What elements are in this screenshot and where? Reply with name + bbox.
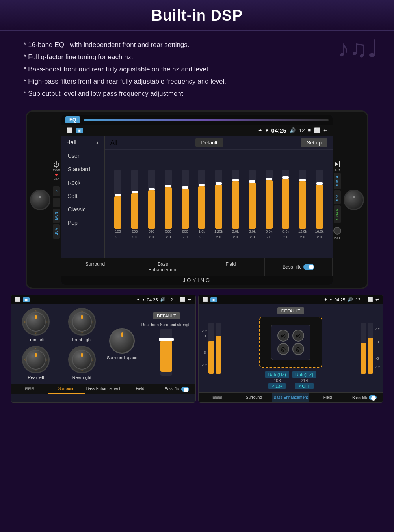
- ss-left-tab-eq[interactable]: ⊟⊟⊟: [11, 384, 48, 394]
- bass-right-slider-1[interactable]: [361, 323, 366, 374]
- side-controls-left: ⏻ PWR MIC ⌂ ← NAVI MAP: [53, 161, 60, 239]
- ss-left-toggle[interactable]: [181, 387, 189, 392]
- ss-right-tab-surround[interactable]: Surround: [236, 393, 273, 402]
- preset-classic[interactable]: Classic: [61, 203, 104, 216]
- slider-fill-3: [165, 187, 172, 229]
- rate-hz-label-2: Rate(HZ): [292, 371, 316, 378]
- eq-slider-12[interactable]: [312, 170, 327, 229]
- eq-tag[interactable]: EQ: [65, 116, 80, 123]
- ss-right-tab-field[interactable]: Field: [309, 393, 346, 402]
- bass-left-slider-2[interactable]: [216, 323, 221, 374]
- preset-header[interactable]: Hall ▲: [61, 136, 104, 149]
- media-button[interactable]: MEDIA: [334, 205, 341, 223]
- bass-left-slider-1[interactable]: [208, 323, 214, 374]
- front-right-dial[interactable]: [68, 308, 96, 336]
- bass-filter-toggle[interactable]: [303, 264, 314, 270]
- freq-label-3: 500: [161, 230, 176, 233]
- eq-slider-2[interactable]: [144, 170, 159, 229]
- rear-left-knob[interactable]: [26, 350, 46, 370]
- ss-right-toggle[interactable]: [369, 395, 377, 400]
- freq-label-11: 12.0k: [295, 230, 310, 233]
- slider-track-8: [249, 170, 256, 229]
- pwr-label: PWR: [53, 168, 60, 172]
- ss-r-menu-icon[interactable]: ≡: [363, 297, 365, 302]
- rear-left-dial[interactable]: [22, 346, 50, 373]
- ss-r-back-icon[interactable]: ↩: [375, 297, 379, 302]
- menu-icon[interactable]: ≡: [308, 127, 311, 133]
- eq-slider-3[interactable]: [161, 170, 176, 229]
- rear-horn-fill: [160, 340, 172, 372]
- ss-r-win-icon[interactable]: ⬜: [368, 297, 373, 302]
- slider-fill-7: [232, 181, 239, 229]
- eq-slider-8[interactable]: [245, 170, 260, 229]
- ss-menu-icon[interactable]: ≡: [175, 297, 178, 302]
- ss-win-icon[interactable]: ⬜: [180, 297, 186, 302]
- preset-pop[interactable]: Pop: [61, 216, 104, 230]
- navi-button[interactable]: NAVI: [53, 209, 60, 223]
- home-button[interactable]: ⌂: [53, 186, 60, 196]
- freq-label-7: 2.0k: [228, 230, 243, 233]
- eq-slider-0[interactable]: [110, 170, 126, 229]
- ss-left-tab-filter[interactable]: Bass filte: [158, 384, 195, 394]
- side-controls-right: ▶| IR ● BAND DVD MEDIA RST: [333, 161, 341, 239]
- feature-5: * Sub output level and low pass frequenc…: [24, 88, 370, 100]
- band-button[interactable]: BAND: [334, 173, 341, 189]
- dsp-main: Hall ▲ User Standard Rock Soft Classic P…: [61, 136, 333, 258]
- front-left-dial[interactable]: [22, 308, 50, 336]
- map-button[interactable]: MAP: [53, 224, 60, 239]
- rear-right-knob[interactable]: [72, 350, 92, 370]
- db-value-2: 2.0: [144, 235, 159, 239]
- slider-fill-5: [198, 186, 205, 229]
- front-right-knob[interactable]: [72, 312, 92, 332]
- preset-standard[interactable]: Standard: [61, 162, 104, 176]
- eq-slider-4[interactable]: [177, 170, 193, 229]
- eq-slider-9[interactable]: [261, 170, 277, 229]
- slider-fill-10: [282, 179, 289, 229]
- window-icon[interactable]: ⬜: [314, 127, 320, 133]
- rst-knob[interactable]: [333, 227, 341, 235]
- arrow-left-btn[interactable]: < 134: [268, 383, 286, 389]
- front-left-knob[interactable]: [26, 312, 46, 332]
- rear-right-dial[interactable]: [68, 346, 96, 373]
- db-value-4: 2.0: [177, 235, 193, 239]
- bass-right-slider-2[interactable]: [368, 323, 373, 374]
- ss-left-tab-surround[interactable]: Surround: [48, 384, 85, 394]
- off-btn[interactable]: < OFF: [295, 383, 314, 389]
- preset-rock[interactable]: Rock: [61, 176, 104, 189]
- vol-knob[interactable]: [30, 190, 50, 210]
- surround-space-dial[interactable]: [109, 328, 135, 354]
- back-button[interactable]: ←: [53, 198, 60, 207]
- eq-slider-11[interactable]: [295, 170, 310, 229]
- tab-bass-enhancement[interactable]: BassEnhancement: [129, 258, 197, 276]
- dvd-button[interactable]: DVD: [334, 190, 341, 204]
- surround-dials: Front left Front right Rear left: [15, 308, 103, 380]
- db-value-0: 2.0: [110, 235, 126, 239]
- tab-field[interactable]: Field: [197, 258, 265, 276]
- tab-bass-filter[interactable]: Bass filte: [265, 258, 333, 276]
- ss-left-tab-field[interactable]: Field: [122, 384, 159, 394]
- rear-horn-slider[interactable]: [160, 329, 172, 376]
- tab-surround[interactable]: Surround: [61, 258, 129, 276]
- default-button[interactable]: Default: [195, 138, 223, 147]
- eq-slider-5[interactable]: [194, 170, 210, 229]
- ss-back-icon[interactable]: ↩: [188, 297, 191, 302]
- back-icon[interactable]: ↩: [323, 127, 328, 133]
- ss-bt-icon: ✦: [136, 297, 140, 302]
- ss-right-tab-bass[interactable]: Bass Enhancement: [272, 393, 309, 402]
- ss-left-tab-bass[interactable]: Bass Enhancement: [85, 384, 122, 394]
- features-section: ♪♫♩ * 16-band EQ , with independent fron…: [0, 31, 394, 106]
- feature-4: * High-pass filters front and rear fully…: [24, 76, 370, 88]
- eq-slider-6[interactable]: [211, 170, 227, 229]
- eq-slider-1[interactable]: [127, 170, 143, 229]
- preset-soft[interactable]: Soft: [61, 189, 104, 203]
- eq-slider-10[interactable]: [278, 170, 294, 229]
- ss-right-tab-eq[interactable]: ⊟⊟⊟: [199, 393, 236, 402]
- ss-r-app-icon: ▣: [210, 297, 217, 302]
- ss-right-tab-filter[interactable]: Bass filte: [346, 393, 383, 402]
- tune-knob[interactable]: [344, 190, 364, 210]
- eq-slider-7[interactable]: [228, 170, 243, 229]
- app-icon: ▣: [76, 128, 83, 133]
- preset-user[interactable]: User: [61, 149, 104, 162]
- setup-button[interactable]: Set up: [301, 138, 327, 147]
- bass-fill-1: [208, 341, 214, 374]
